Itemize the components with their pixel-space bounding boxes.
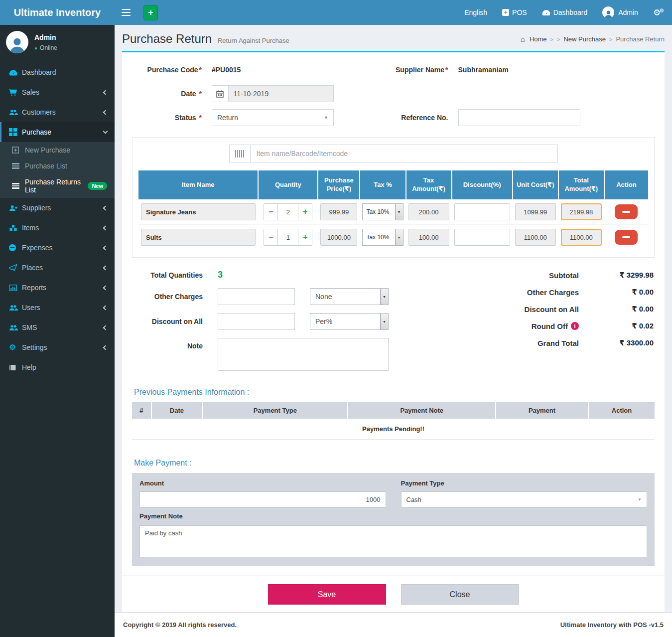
amount-input[interactable] [139, 491, 386, 507]
unit-cost-input[interactable] [515, 229, 556, 246]
brand-logo[interactable]: Ultimate Inventory [0, 0, 115, 25]
sidebar-item-label: Dashboard [22, 68, 107, 76]
other-charges-type-select[interactable]: None ▼ [310, 288, 389, 305]
pos-link[interactable]: + POS [502, 8, 527, 16]
dashboard-icon [542, 9, 550, 15]
quick-add-button[interactable]: + [143, 5, 158, 20]
note-textarea[interactable] [218, 338, 389, 371]
home-icon: ⌂ [521, 35, 525, 43]
qty-increase-button[interactable]: + [298, 229, 312, 245]
sidebar-item-expenses[interactable]: Expenses [0, 238, 115, 258]
sidebar-item-settings[interactable]: ⚙ Settings [0, 337, 115, 357]
sidebar-item-purchase-returns-list[interactable]: Purchase Returns List New [0, 174, 115, 198]
sidebar-item-new-purchase[interactable]: New Purchase [0, 142, 115, 158]
sidebar-item-purchase-list[interactable]: Purchase List [0, 158, 115, 174]
sidebar-item-sales[interactable]: Sales [0, 82, 115, 102]
breadcrumb-new-purchase[interactable]: New Purchase [563, 35, 606, 43]
item-name-input[interactable] [141, 203, 256, 220]
tax-amount-input[interactable] [408, 203, 449, 220]
qty-increase-button[interactable]: + [298, 204, 312, 220]
sidebar-item-help[interactable]: Help [0, 357, 115, 377]
brand-title: Ultimate Inventory [14, 7, 101, 18]
col-item-name: Item Name [138, 170, 258, 199]
discount-on-all-input[interactable] [218, 313, 295, 330]
remove-row-button[interactable] [615, 230, 638, 245]
discount-type-select[interactable]: Per% ▼ [310, 313, 389, 330]
dashboard-link[interactable]: Dashboard [542, 8, 588, 16]
item-name-input[interactable] [141, 229, 256, 246]
sidebar: Ultimate Inventory Admin ●Online Dashboa… [0, 0, 115, 637]
sidebar-item-label: Users [22, 304, 104, 312]
payment-note-textarea[interactable]: Paid by cash [139, 525, 647, 557]
sidebar-toggle-button[interactable] [115, 2, 137, 23]
grid-icon [9, 128, 22, 136]
gears-icon: ⚙ [9, 343, 22, 351]
save-button[interactable]: Save [268, 584, 386, 605]
info-icon[interactable]: i [571, 322, 579, 330]
sidebar-item-places[interactable]: Places [0, 258, 115, 278]
col-unit-cost: Unit Cost(₹) [513, 170, 558, 199]
date-input[interactable] [228, 85, 334, 102]
col-discount: Discount(%) [452, 170, 513, 199]
settings-menu[interactable]: ⚙⚙ [653, 7, 664, 18]
caret-down-icon: ▼ [395, 229, 403, 245]
caret-down-icon: ▼ [380, 289, 388, 305]
total-amount-input[interactable] [561, 229, 602, 246]
qty-decrease-button[interactable]: − [264, 204, 277, 220]
status-select[interactable]: Return ▼ [212, 109, 334, 126]
previous-payments-heading: Previous Payments Information : [134, 388, 655, 397]
reference-input[interactable] [458, 109, 580, 126]
pay-col-payment: Payment [496, 402, 588, 419]
discount-input[interactable] [454, 229, 510, 246]
tax-amount-input[interactable] [408, 229, 449, 246]
discount-input[interactable] [454, 203, 510, 220]
total-amount-input[interactable] [561, 203, 602, 220]
sidebar-item-customers[interactable]: Customers [0, 102, 115, 122]
item-row: − + Tax 10% ▼ [138, 199, 648, 225]
plus-icon: + [148, 7, 153, 17]
qty-input[interactable] [277, 229, 298, 245]
user-status: ●Online [34, 44, 57, 51]
unit-cost-input[interactable] [515, 203, 556, 220]
user-menu[interactable]: Admin [602, 6, 638, 18]
items-table: Item Name Quantity Purchase Price(₹) Tax… [138, 170, 648, 250]
close-button[interactable]: Close [401, 584, 519, 605]
item-search-group [229, 145, 558, 162]
subtotal-label: Subtotal [444, 271, 579, 280]
tax-selected-value: Tax 10% [363, 208, 395, 215]
sidebar-item-users[interactable]: Users [0, 298, 115, 318]
tax-select[interactable]: Tax 10% ▼ [362, 203, 403, 220]
sidebar-item-reports[interactable]: Reports [0, 278, 115, 298]
tax-select[interactable]: Tax 10% ▼ [362, 229, 403, 246]
chevron-left-icon [103, 90, 108, 95]
sidebar-item-items[interactable]: Items [0, 218, 115, 238]
round-off-value: ₹ 0.02 [579, 321, 654, 330]
other-charges-input[interactable] [218, 288, 295, 305]
sidebar-item-purchase[interactable]: Purchase [0, 122, 115, 142]
sidebar-item-dashboard[interactable]: Dashboard [0, 62, 115, 82]
sidebar-item-label: Items [22, 224, 104, 232]
caret-down-icon: ▼ [638, 497, 642, 502]
payment-type-select[interactable]: Cash ▼ [401, 491, 648, 507]
breadcrumb: ⌂ Home > > New Purchase > Purchase Retur… [521, 35, 665, 46]
language-menu[interactable]: English [464, 8, 487, 16]
calendar-icon[interactable] [212, 85, 228, 102]
quantity-stepper: − + [264, 229, 312, 246]
total-quantities-label: Total Quantities [133, 271, 203, 279]
qty-decrease-button[interactable]: − [264, 229, 277, 245]
purchase-price-input[interactable] [320, 203, 357, 220]
qty-input[interactable] [277, 204, 298, 220]
date-input-group [212, 85, 334, 102]
breadcrumb-home[interactable]: Home [530, 35, 547, 43]
col-tax: Tax % [360, 170, 405, 199]
total-quantities-value: 3 [218, 270, 223, 280]
payment-type-value: Cash [406, 496, 421, 503]
pay-col-type: Payment Type [202, 402, 348, 419]
list-icon [12, 163, 25, 169]
sidebar-item-sms[interactable]: SMS [0, 318, 115, 337]
purchase-price-input[interactable] [320, 229, 357, 246]
item-search-input[interactable] [250, 145, 558, 162]
minus-icon [622, 236, 630, 238]
remove-row-button[interactable] [615, 204, 638, 219]
sidebar-item-suppliers[interactable]: Suppliers [0, 198, 115, 218]
